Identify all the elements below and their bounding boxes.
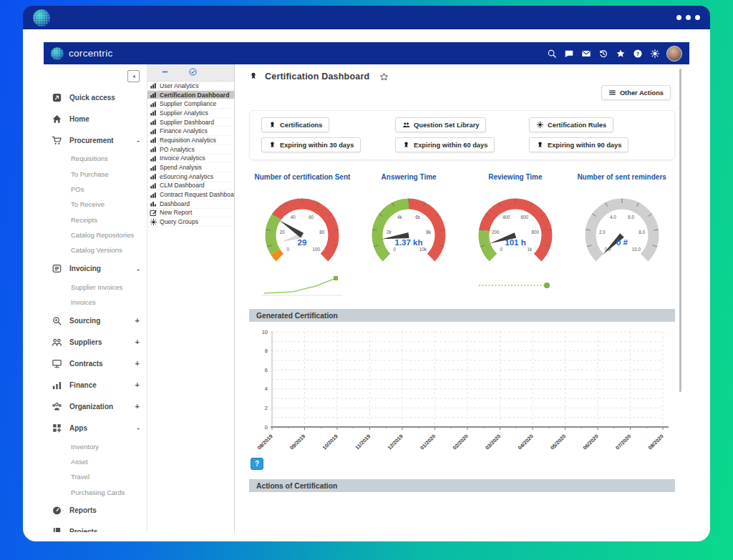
report-item-spend-analysis[interactable]: Spend Analysis — [147, 163, 234, 172]
sidebar-item-home[interactable]: Home — [44, 108, 147, 129]
sidebar-item-label: Invoicing — [69, 265, 130, 272]
report-item-label: Certification Dashboard — [160, 92, 229, 99]
sidebar-item-contracts[interactable]: Contracts+ — [44, 353, 147, 374]
expander-toggle[interactable]: + — [135, 402, 141, 411]
report-item-supplier-dashboard[interactable]: Supplier Dashboard — [147, 118, 234, 127]
report-item-label: eSourcing Analytics — [160, 173, 213, 180]
report-item-label: User Analytics — [160, 82, 198, 89]
button-label: Certification Rules — [548, 122, 606, 129]
sidebar-item-invoicing[interactable]: Invoicing- — [44, 258, 147, 280]
report-item-new-report[interactable]: New Report — [147, 209, 234, 218]
reports-icon — [51, 505, 62, 516]
expiring-within-90-days-button[interactable]: Expiring within 90 days — [529, 137, 628, 152]
gauge-reviewing-time: Reviewing Time02004006008001k101 h — [462, 173, 569, 300]
report-item-dashboard[interactable]: Dashboard — [147, 200, 234, 209]
sidebar-item-apps[interactable]: Apps- — [44, 417, 147, 438]
sidebar-subitem-inventory[interactable]: Inventory — [44, 438, 147, 453]
report-item-supplier-compliance[interactable]: Supplier Compliance — [147, 99, 234, 109]
analytics-icon — [150, 136, 157, 144]
sidebar-subitem-pos[interactable]: POs — [44, 182, 147, 197]
star-icon[interactable] — [615, 48, 626, 59]
report-item-supplier-analytics[interactable]: Supplier Analytics — [147, 109, 234, 118]
window-controls[interactable] — [676, 15, 700, 20]
analytics-icon — [150, 109, 157, 117]
brand[interactable]: corcentric — [51, 47, 113, 60]
expiring-within-60-days-button[interactable]: Expiring within 60 days — [395, 137, 495, 152]
history-icon[interactable] — [598, 48, 608, 59]
app-body: Quick accessHomeProcurement-Requisitions… — [44, 64, 689, 532]
report-item-esourcing-analytics[interactable]: eSourcing Analytics — [147, 172, 234, 182]
expander-toggle[interactable]: + — [135, 359, 141, 368]
svg-text:2: 2 — [265, 405, 268, 411]
report-item-po-analytics[interactable]: PO Analytics — [147, 145, 234, 154]
expander-toggle[interactable]: + — [135, 338, 141, 346]
help-button[interactable]: ? — [251, 458, 263, 470]
button-label: Certifications — [280, 122, 322, 129]
sidebar-subitem-invoices[interactable]: Invoices — [44, 295, 147, 310]
mail-icon[interactable] — [581, 48, 591, 59]
expander-toggle[interactable]: - — [137, 136, 141, 144]
header-icons: ? — [546, 46, 682, 62]
expander-toggle[interactable]: - — [137, 423, 141, 432]
quick-button-cell: Certification Rules — [529, 117, 663, 132]
collapse-all-minus-icon[interactable] — [160, 67, 170, 79]
report-item-label: Spend Analysis — [160, 164, 202, 171]
sidebar-item-reports[interactable]: Reports — [44, 500, 147, 521]
sidebar-item-label: Reports — [69, 506, 141, 514]
sidebar-subitem-receipts[interactable]: Receipts — [44, 212, 147, 227]
sidebar-subitem-asset[interactable]: Asset — [44, 454, 147, 469]
sidebar-subitem-to-purchase[interactable]: To Purchase — [44, 166, 147, 181]
validate-icon[interactable] — [188, 67, 198, 79]
certification-rules-button[interactable]: Certification Rules — [529, 117, 613, 132]
sidebar-item-quick-access[interactable]: Quick access — [44, 87, 147, 108]
report-item-clm-dashboard[interactable]: CLM Dashboard — [147, 182, 234, 191]
sidebar-subitem-supplier-invoices[interactable]: Supplier Invoices — [44, 280, 147, 295]
quick-button-cell: Certifications — [261, 117, 395, 132]
sidebar-item-sourcing[interactable]: Sourcing+ — [44, 310, 147, 331]
report-item-certification-dashboard[interactable]: Certification Dashboard — [147, 91, 234, 100]
report-item-label: PO Analytics — [160, 146, 195, 153]
actions-of-certification-chart: The chart doesn't contain any data. — [235, 492, 689, 532]
sidebar-subitem-travel[interactable]: Travel — [44, 469, 147, 484]
sidebar-item-suppliers[interactable]: Suppliers+ — [44, 331, 147, 353]
svg-text:4: 4 — [265, 385, 268, 392]
sidebar-item-procurement[interactable]: Procurement- — [44, 129, 147, 151]
svg-text:29: 29 — [298, 238, 307, 247]
chat-icon[interactable] — [563, 48, 574, 59]
report-item-user-analytics[interactable]: User Analytics — [147, 82, 234, 91]
report-item-requisition-analytics[interactable]: Requisition Analytics — [147, 136, 234, 145]
main-content: Certification Dashboard Other Actions Ce… — [235, 64, 689, 532]
report-item-finance-analytics[interactable]: Finance Analytics — [147, 127, 234, 136]
sidebar-collapse-button[interactable] — [127, 70, 140, 82]
certifications-button[interactable]: Certifications — [261, 117, 329, 132]
page-title-row: Certification Dashboard — [235, 67, 689, 84]
section-header-actions-of-certification: Actions of Certification — [249, 479, 675, 492]
report-item-invoice-analytics[interactable]: Invoice Analytics — [147, 154, 234, 164]
gauge-trendline — [260, 274, 344, 300]
sidebar-item-finance[interactable]: Finance+ — [44, 374, 147, 396]
sidebar-item-organization[interactable]: Organization+ — [44, 396, 147, 417]
sidebar-subitem-catalog-repositories[interactable]: Catalog Repositories — [44, 227, 147, 242]
help-icon[interactable]: ? — [632, 48, 643, 59]
main-scrollbar[interactable] — [679, 69, 681, 392]
quick-button-cell: Expiring within 30 days — [261, 137, 395, 152]
expander-toggle[interactable]: + — [135, 316, 141, 325]
report-item-query-groups[interactable]: Query Groups — [147, 217, 234, 227]
new-report-icon — [150, 209, 157, 217]
user-avatar[interactable] — [666, 46, 682, 62]
other-actions-button[interactable]: Other Actions — [601, 85, 671, 100]
sidebar-subitem-requisitions[interactable]: Requisitions — [44, 151, 147, 166]
favorite-star-icon[interactable] — [379, 72, 389, 82]
question-set-library-button[interactable]: Question Set Library — [395, 117, 486, 132]
sidebar-item-projects[interactable]: Projects — [44, 521, 147, 532]
expiring-within-30-days-button[interactable]: Expiring within 30 days — [261, 137, 361, 152]
search-icon[interactable] — [546, 48, 557, 59]
brand-name: corcentric — [69, 48, 113, 59]
expander-toggle[interactable]: + — [135, 380, 141, 389]
sidebar-subitem-catalog-versions[interactable]: Catalog Versions — [44, 242, 147, 257]
report-item-contract-request-dashboard[interactable]: Contract Request Dashboard — [147, 190, 234, 200]
sidebar-subitem-purchasing-cards[interactable]: Purchasing Cards — [44, 485, 147, 500]
expander-toggle[interactable]: - — [137, 265, 141, 273]
settings-icon[interactable] — [649, 48, 660, 59]
sidebar-subitem-to-receive[interactable]: To Receive — [44, 197, 147, 212]
